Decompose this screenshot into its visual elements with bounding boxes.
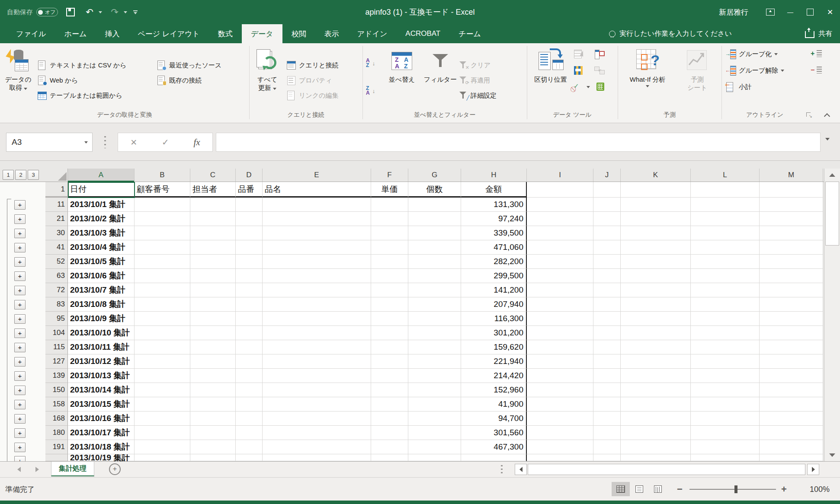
- ribbon-tab-11[interactable]: チーム: [449, 24, 490, 43]
- cell-C150[interactable]: [190, 383, 236, 397]
- cell-Hx[interactable]: [461, 454, 527, 461]
- row-header-158[interactable]: 158: [45, 397, 68, 411]
- cell-L150[interactable]: [691, 383, 760, 397]
- cell-H1[interactable]: 金額: [461, 182, 527, 198]
- cell-A168[interactable]: 2013/10/16 集計: [68, 411, 135, 426]
- cell-I30[interactable]: [527, 226, 593, 240]
- cell-I1[interactable]: [527, 182, 593, 198]
- cell-A83[interactable]: 2013/10/8 集計: [68, 297, 135, 312]
- outline-expand-button[interactable]: [14, 329, 26, 338]
- cell-E115[interactable]: [263, 340, 371, 354]
- row-header-partial[interactable]: [45, 454, 68, 461]
- cell-L95[interactable]: [691, 312, 760, 326]
- outline-expand-button[interactable]: [14, 286, 26, 295]
- cell-K150[interactable]: [621, 383, 691, 397]
- cell-M95[interactable]: [760, 312, 823, 326]
- row-header-11[interactable]: 11: [45, 198, 68, 212]
- cell-D104[interactable]: [236, 326, 263, 340]
- cell-G1[interactable]: 個数: [408, 182, 461, 198]
- cell-D83[interactable]: [236, 297, 263, 312]
- cell-Ex[interactable]: [263, 454, 371, 461]
- new-sheet-button[interactable]: [109, 463, 121, 475]
- cell-C11[interactable]: [190, 198, 236, 212]
- cell-M168[interactable]: [760, 411, 823, 426]
- row-header-1[interactable]: 1: [45, 182, 68, 198]
- cell-K168[interactable]: [621, 411, 691, 426]
- cell-J191[interactable]: [593, 440, 621, 454]
- cell-F191[interactable]: [371, 440, 408, 454]
- cell-F139[interactable]: [371, 369, 408, 383]
- row-header-168[interactable]: 168: [45, 411, 68, 426]
- cell-A150[interactable]: 2013/10/14 集計: [68, 383, 135, 397]
- cell-Jx[interactable]: [593, 454, 621, 461]
- cell-G158[interactable]: [408, 397, 461, 411]
- cell-K115[interactable]: [621, 340, 691, 354]
- row-header-41[interactable]: 41: [45, 240, 68, 255]
- cell-L83[interactable]: [691, 297, 760, 312]
- cell-B72[interactable]: [135, 283, 190, 297]
- cell-L104[interactable]: [691, 326, 760, 340]
- cell-H72[interactable]: 141,200: [461, 283, 527, 297]
- cell-A1[interactable]: 日付: [68, 182, 135, 198]
- outline-dialog-launcher[interactable]: [805, 112, 812, 118]
- cell-A104[interactable]: 2013/10/10 集計: [68, 326, 135, 340]
- cell-H104[interactable]: 301,200: [461, 326, 527, 340]
- cell-Gx[interactable]: [408, 454, 461, 461]
- cell-Kx[interactable]: [621, 454, 691, 461]
- data-validation-button[interactable]: [574, 80, 590, 93]
- cell-H30[interactable]: 339,500: [461, 226, 527, 240]
- cell-L30[interactable]: [691, 226, 760, 240]
- cell-L139[interactable]: [691, 369, 760, 383]
- normal-view-button[interactable]: [612, 482, 630, 496]
- cell-A11[interactable]: 2013/10/1 集計: [68, 198, 135, 212]
- cell-B30[interactable]: [135, 226, 190, 240]
- cell-D168[interactable]: [236, 411, 263, 426]
- cell-H63[interactable]: 299,500: [461, 269, 527, 283]
- cell-H83[interactable]: 207,940: [461, 297, 527, 312]
- undo-button[interactable]: [83, 5, 96, 19]
- vertical-scroll-thumb[interactable]: [825, 182, 839, 246]
- cell-G168[interactable]: [408, 411, 461, 426]
- show-detail-button[interactable]: [811, 48, 822, 61]
- cell-H150[interactable]: 152,960: [461, 383, 527, 397]
- cell-E11[interactable]: [263, 198, 371, 212]
- cell-L127[interactable]: [691, 354, 760, 369]
- cell-K180[interactable]: [621, 426, 691, 440]
- outline-expand-button[interactable]: [14, 357, 26, 367]
- cell-I139[interactable]: [527, 369, 593, 383]
- zoom-in-button[interactable]: [781, 478, 787, 501]
- cell-L158[interactable]: [691, 397, 760, 411]
- column-header-D[interactable]: D: [236, 169, 263, 182]
- cell-C72[interactable]: [190, 283, 236, 297]
- cell-J158[interactable]: [593, 397, 621, 411]
- sort-ascending-button[interactable]: AZ↓: [366, 55, 375, 71]
- cell-L1[interactable]: [691, 182, 760, 198]
- customize-qat-button[interactable]: [133, 10, 138, 14]
- cell-G95[interactable]: [408, 312, 461, 326]
- cell-L52[interactable]: [691, 255, 760, 269]
- cell-B158[interactable]: [135, 397, 190, 411]
- cell-M30[interactable]: [760, 226, 823, 240]
- cell-M63[interactable]: [760, 269, 823, 283]
- cell-D191[interactable]: [236, 440, 263, 454]
- cell-C127[interactable]: [190, 354, 236, 369]
- cell-C63[interactable]: [190, 269, 236, 283]
- cell-E191[interactable]: [263, 440, 371, 454]
- name-box[interactable]: A3: [6, 133, 93, 152]
- cell-J52[interactable]: [593, 255, 621, 269]
- cell-A95[interactable]: 2013/10/9 集計: [68, 312, 135, 326]
- cell-D11[interactable]: [236, 198, 263, 212]
- formula-input[interactable]: [216, 133, 821, 152]
- row-header-21[interactable]: 21: [45, 212, 68, 226]
- cell-G127[interactable]: [408, 354, 461, 369]
- cell-C30[interactable]: [190, 226, 236, 240]
- manage-data-model-button[interactable]: [596, 80, 606, 93]
- column-header-G[interactable]: G: [408, 169, 461, 182]
- cell-I127[interactable]: [527, 354, 593, 369]
- cell-M21[interactable]: [760, 212, 823, 226]
- cell-L115[interactable]: [691, 340, 760, 354]
- cell-J180[interactable]: [593, 426, 621, 440]
- ribbon-tab-2[interactable]: ホーム: [55, 24, 96, 43]
- cell-B52[interactable]: [135, 255, 190, 269]
- cell-D180[interactable]: [236, 426, 263, 440]
